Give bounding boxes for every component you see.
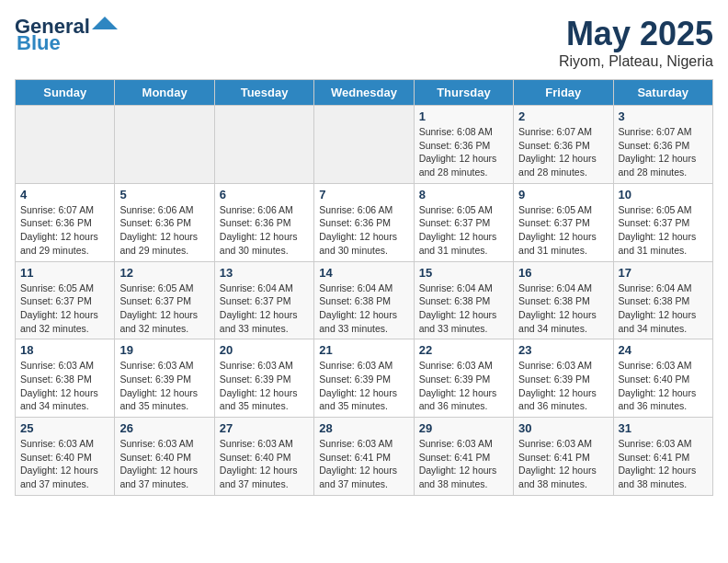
- calendar-cell-w5-d3: 27Sunrise: 6:03 AMSunset: 6:40 PMDayligh…: [214, 418, 313, 496]
- calendar-cell-w3-d2: 12Sunrise: 6:05 AMSunset: 6:37 PMDayligh…: [115, 261, 214, 339]
- week-row-5: 25Sunrise: 6:03 AMSunset: 6:40 PMDayligh…: [16, 418, 713, 496]
- day-number: 18: [20, 343, 109, 357]
- day-number: 13: [220, 266, 309, 280]
- calendar-title: May 2025: [559, 15, 713, 53]
- calendar-cell-w5-d2: 26Sunrise: 6:03 AMSunset: 6:40 PMDayligh…: [115, 418, 214, 496]
- day-number: 21: [319, 343, 408, 357]
- calendar-header: Sunday Monday Tuesday Wednesday Thursday…: [16, 80, 713, 106]
- calendar-cell-w1-d2: [115, 106, 214, 184]
- calendar-cell-w4-d6: 23Sunrise: 6:03 AMSunset: 6:39 PMDayligh…: [514, 339, 613, 418]
- day-number: 24: [619, 343, 708, 357]
- day-number: 14: [319, 266, 408, 280]
- day-number: 20: [220, 343, 309, 357]
- cell-content: Sunrise: 6:07 AMSunset: 6:36 PMDaylight:…: [619, 125, 708, 179]
- days-header-row: Sunday Monday Tuesday Wednesday Thursday…: [16, 80, 713, 106]
- svg-marker-0: [92, 17, 118, 29]
- day-number: 6: [220, 188, 309, 201]
- cell-content: Sunrise: 6:05 AMSunset: 6:37 PMDaylight:…: [619, 203, 708, 258]
- cell-content: Sunrise: 6:03 AMSunset: 6:40 PMDaylight:…: [20, 437, 109, 491]
- cell-content: Sunrise: 6:03 AMSunset: 6:39 PMDaylight:…: [518, 359, 608, 413]
- day-number: 29: [419, 421, 508, 435]
- cell-content: Sunrise: 6:04 AMSunset: 6:38 PMDaylight:…: [319, 282, 408, 336]
- day-number: 3: [619, 109, 708, 123]
- cell-content: Sunrise: 6:04 AMSunset: 6:38 PMDaylight:…: [619, 282, 708, 336]
- cell-content: Sunrise: 6:06 AMSunset: 6:36 PMDaylight:…: [319, 203, 408, 258]
- calendar-cell-w4-d1: 18Sunrise: 6:03 AMSunset: 6:38 PMDayligh…: [16, 339, 115, 418]
- header-tuesday: Tuesday: [214, 80, 313, 106]
- day-number: 28: [319, 421, 408, 435]
- day-number: 19: [119, 343, 209, 357]
- page-header: General Blue May 2025 Riyom, Plateau, Ni…: [15, 15, 713, 70]
- cell-content: Sunrise: 6:05 AMSunset: 6:37 PMDaylight:…: [20, 282, 109, 336]
- calendar-cell-w2-d3: 6Sunrise: 6:06 AMSunset: 6:36 PMDaylight…: [214, 183, 313, 261]
- cell-content: Sunrise: 6:03 AMSunset: 6:40 PMDaylight:…: [119, 437, 209, 491]
- calendar-cell-w2-d1: 4Sunrise: 6:07 AMSunset: 6:36 PMDaylight…: [16, 183, 115, 261]
- day-number: 8: [419, 188, 508, 201]
- week-row-3: 11Sunrise: 6:05 AMSunset: 6:37 PMDayligh…: [16, 261, 713, 339]
- day-number: 15: [419, 266, 508, 280]
- cell-content: Sunrise: 6:05 AMSunset: 6:37 PMDaylight:…: [419, 203, 508, 258]
- calendar-cell-w2-d4: 7Sunrise: 6:06 AMSunset: 6:36 PMDaylight…: [314, 183, 414, 261]
- cell-content: Sunrise: 6:03 AMSunset: 6:38 PMDaylight:…: [20, 359, 109, 413]
- header-wednesday: Wednesday: [314, 80, 414, 106]
- calendar-cell-w3-d3: 13Sunrise: 6:04 AMSunset: 6:37 PMDayligh…: [214, 261, 313, 339]
- day-number: 2: [518, 109, 608, 123]
- header-monday: Monday: [115, 80, 214, 106]
- day-number: 5: [119, 188, 209, 201]
- day-number: 12: [119, 266, 209, 280]
- calendar-cell-w3-d4: 14Sunrise: 6:04 AMSunset: 6:38 PMDayligh…: [314, 261, 414, 339]
- cell-content: Sunrise: 6:03 AMSunset: 6:39 PMDaylight:…: [220, 359, 309, 413]
- week-row-2: 4Sunrise: 6:07 AMSunset: 6:36 PMDaylight…: [16, 183, 713, 261]
- day-number: 23: [518, 343, 608, 357]
- cell-content: Sunrise: 6:07 AMSunset: 6:36 PMDaylight:…: [518, 125, 608, 179]
- calendar-cell-w5-d6: 30Sunrise: 6:03 AMSunset: 6:41 PMDayligh…: [514, 418, 613, 496]
- calendar-cell-w4-d5: 22Sunrise: 6:03 AMSunset: 6:39 PMDayligh…: [414, 339, 513, 418]
- calendar-cell-w1-d3: [214, 106, 313, 184]
- calendar-cell-w1-d6: 2Sunrise: 6:07 AMSunset: 6:36 PMDaylight…: [514, 106, 613, 184]
- logo: General Blue: [15, 15, 118, 55]
- header-saturday: Saturday: [613, 80, 712, 106]
- calendar-cell-w3-d5: 15Sunrise: 6:04 AMSunset: 6:38 PMDayligh…: [414, 261, 513, 339]
- cell-content: Sunrise: 6:03 AMSunset: 6:39 PMDaylight:…: [419, 359, 508, 413]
- calendar-cell-w1-d1: [16, 106, 115, 184]
- cell-content: Sunrise: 6:03 AMSunset: 6:41 PMDaylight:…: [518, 437, 608, 491]
- calendar-cell-w2-d2: 5Sunrise: 6:06 AMSunset: 6:36 PMDaylight…: [115, 183, 214, 261]
- cell-content: Sunrise: 6:03 AMSunset: 6:40 PMDaylight:…: [619, 359, 708, 413]
- day-number: 31: [619, 421, 708, 435]
- day-number: 10: [619, 188, 708, 201]
- calendar-cell-w5-d5: 29Sunrise: 6:03 AMSunset: 6:41 PMDayligh…: [414, 418, 513, 496]
- title-section: May 2025 Riyom, Plateau, Nigeria: [559, 15, 713, 70]
- calendar-cell-w3-d6: 16Sunrise: 6:04 AMSunset: 6:38 PMDayligh…: [514, 261, 613, 339]
- cell-content: Sunrise: 6:07 AMSunset: 6:36 PMDaylight:…: [20, 203, 109, 258]
- cell-content: Sunrise: 6:08 AMSunset: 6:36 PMDaylight:…: [419, 125, 508, 179]
- cell-content: Sunrise: 6:03 AMSunset: 6:41 PMDaylight:…: [619, 437, 708, 491]
- day-number: 22: [419, 343, 508, 357]
- cell-content: Sunrise: 6:06 AMSunset: 6:36 PMDaylight:…: [119, 203, 209, 258]
- week-row-4: 18Sunrise: 6:03 AMSunset: 6:38 PMDayligh…: [16, 339, 713, 418]
- calendar-cell-w5-d7: 31Sunrise: 6:03 AMSunset: 6:41 PMDayligh…: [613, 418, 712, 496]
- cell-content: Sunrise: 6:03 AMSunset: 6:41 PMDaylight:…: [319, 437, 408, 491]
- calendar-table: Sunday Monday Tuesday Wednesday Thursday…: [15, 79, 713, 496]
- cell-content: Sunrise: 6:04 AMSunset: 6:38 PMDaylight:…: [518, 282, 608, 336]
- calendar-cell-w4-d4: 21Sunrise: 6:03 AMSunset: 6:39 PMDayligh…: [314, 339, 414, 418]
- cell-content: Sunrise: 6:03 AMSunset: 6:39 PMDaylight:…: [319, 359, 408, 413]
- day-number: 7: [319, 188, 408, 201]
- calendar-cell-w4-d3: 20Sunrise: 6:03 AMSunset: 6:39 PMDayligh…: [214, 339, 313, 418]
- day-number: 27: [220, 421, 309, 435]
- calendar-cell-w3-d7: 17Sunrise: 6:04 AMSunset: 6:38 PMDayligh…: [613, 261, 712, 339]
- day-number: 9: [518, 188, 608, 201]
- calendar-cell-w5-d4: 28Sunrise: 6:03 AMSunset: 6:41 PMDayligh…: [314, 418, 414, 496]
- cell-content: Sunrise: 6:03 AMSunset: 6:41 PMDaylight:…: [419, 437, 508, 491]
- day-number: 1: [419, 109, 508, 123]
- cell-content: Sunrise: 6:04 AMSunset: 6:37 PMDaylight:…: [220, 282, 309, 336]
- calendar-subtitle: Riyom, Plateau, Nigeria: [559, 53, 713, 70]
- cell-content: Sunrise: 6:03 AMSunset: 6:40 PMDaylight:…: [220, 437, 309, 491]
- logo-blue: Blue: [17, 31, 61, 55]
- day-number: 11: [20, 266, 109, 280]
- calendar-cell-w2-d5: 8Sunrise: 6:05 AMSunset: 6:37 PMDaylight…: [414, 183, 513, 261]
- calendar-body: 1Sunrise: 6:08 AMSunset: 6:36 PMDaylight…: [16, 106, 713, 496]
- logo-icon: [92, 17, 118, 29]
- cell-content: Sunrise: 6:05 AMSunset: 6:37 PMDaylight:…: [518, 203, 608, 258]
- day-number: 16: [518, 266, 608, 280]
- cell-content: Sunrise: 6:05 AMSunset: 6:37 PMDaylight:…: [119, 282, 209, 336]
